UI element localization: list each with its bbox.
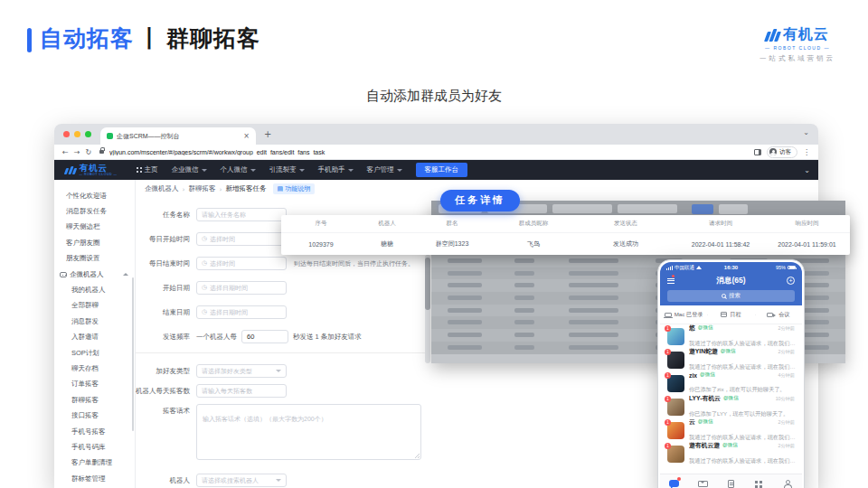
sidebar-item[interactable]: 客户朋友圈 bbox=[54, 235, 135, 250]
tab-close-icon[interactable]: × bbox=[243, 132, 250, 140]
sidebar-item[interactable]: 消息群发 bbox=[54, 314, 135, 329]
message-item[interactable]: 1 LYY-有机云 @微信 10分钟前 你已添加了LYY，现在可以开始聊天了。 bbox=[660, 395, 802, 418]
table-row[interactable]: 1029379糖糖群空间1323飞鸟发送成功2022-04-01 11:58:4… bbox=[281, 232, 850, 255]
sidebar-item[interactable]: 企微机器人 bbox=[54, 267, 135, 282]
sidebar-item[interactable]: 入群邀请 bbox=[54, 330, 135, 345]
phone-nav-bar: 消息(65) + bbox=[660, 273, 802, 288]
frequency-prefix: 一个机器人每 bbox=[196, 333, 237, 342]
reload-icon[interactable]: ↻ bbox=[85, 148, 91, 156]
sidebar-item[interactable]: 朋友圈设置 bbox=[54, 251, 135, 267]
sidebar-item[interactable]: SOP计划 bbox=[54, 345, 135, 361]
battery-icon bbox=[788, 266, 796, 270]
window-controls[interactable] bbox=[63, 131, 91, 137]
table-header-cell: 发送状态 bbox=[576, 220, 675, 228]
breadcrumb-item[interactable]: 企微机器人 bbox=[145, 184, 179, 193]
window-chevron-icon[interactable]: ⌄ bbox=[803, 128, 809, 136]
phone-tab[interactable] bbox=[660, 480, 688, 488]
table-cell: 发送成功 bbox=[576, 239, 675, 249]
home-grid-icon bbox=[137, 167, 138, 169]
breadcrumb-item[interactable]: 新增拓客任务 bbox=[226, 184, 267, 193]
nav-menu-item[interactable]: 引流裂变 bbox=[269, 165, 305, 174]
message-item[interactable]: 1 悠 @微信 2分钟前 我通过了你的联系人验证请求，现在我们… bbox=[660, 324, 802, 348]
dimmed-input bbox=[552, 204, 612, 213]
daily-limit-input[interactable]: 请输入每天拓客数 bbox=[196, 384, 287, 398]
daily-start-time-input[interactable]: ◷选择时间 bbox=[196, 232, 287, 246]
sidebar-item[interactable]: 聊天存档 bbox=[54, 361, 135, 376]
browser-menu-icon[interactable]: ⋮ bbox=[803, 148, 810, 156]
phone-tab[interactable] bbox=[745, 480, 773, 488]
slide: 自动拓客丨群聊拓客 有机云 — ROBOT CLOUD — 一站式私域营销云 自… bbox=[0, 0, 868, 488]
sidebar-item[interactable]: 手机号码库 bbox=[54, 439, 135, 455]
browser-tab[interactable]: 企微SCRM——控制台 × bbox=[100, 127, 256, 145]
slide-subtitle: 自动添加群成员为好友 bbox=[0, 88, 868, 105]
shortcut-item[interactable]: 会议 bbox=[755, 311, 802, 319]
frequency-input[interactable]: 60 bbox=[241, 330, 288, 343]
sidebar-item[interactable]: 接口拓客 bbox=[54, 408, 135, 423]
page-scrollbar[interactable] bbox=[425, 255, 430, 363]
sidebar-item[interactable]: 我的机器人 bbox=[54, 282, 135, 297]
sidebar-item[interactable]: 消息群发任务 bbox=[54, 203, 135, 219]
phone-tab[interactable] bbox=[688, 480, 716, 488]
task-name-input[interactable]: 请输入任务名称 bbox=[196, 208, 287, 221]
phone-shortcuts: Mac 已登录 日程 会议 bbox=[660, 305, 802, 324]
message-item[interactable]: 1 云 @微信 2分钟前 我通过了你的联系人验证请求，现在我们… bbox=[660, 418, 802, 442]
sidebar-item[interactable]: 群标签管理 bbox=[54, 471, 135, 486]
sidebar-item[interactable]: 手机号拓客 bbox=[54, 424, 135, 439]
form-row-daily-limit: 机器人每天拓客数 请输入每天拓客数 bbox=[136, 384, 287, 398]
avatar: 1 bbox=[667, 375, 684, 392]
friend-type-select[interactable]: 请选择加好友类型 bbox=[196, 364, 287, 378]
contact-name: LYY-有机云 bbox=[689, 394, 721, 403]
sidebar-item[interactable]: 订单拓客 bbox=[54, 377, 135, 392]
address-bar[interactable]: yjiyun.com/mscenter/#/pages/scrm/#/workw… bbox=[109, 149, 749, 155]
dimmed-input bbox=[618, 204, 677, 213]
daily-end-time-input[interactable]: ◷选择时间 bbox=[196, 257, 287, 270]
contact-name: 遊有机云遊 bbox=[689, 441, 720, 450]
end-date-input[interactable]: ◷选择日期时间 bbox=[196, 305, 287, 319]
sidebar-item[interactable]: 客户单删清理 bbox=[54, 455, 135, 471]
sidebar-item[interactable]: 聊天侧边栏 bbox=[54, 220, 135, 235]
sidebar-item[interactable]: 群聊拓客 bbox=[54, 392, 135, 408]
robot-select[interactable]: 请选择或搜索机器人 bbox=[196, 474, 287, 487]
doc-tag[interactable]: ▤功能说明 bbox=[273, 183, 316, 194]
table-cell: 2022-04-01 11:58:42 bbox=[675, 241, 766, 248]
wechat-tag: @微信 bbox=[698, 324, 713, 332]
sidebar-item[interactable]: 个性化欢迎语 bbox=[54, 188, 135, 203]
phone-tab[interactable] bbox=[717, 480, 745, 488]
back-icon[interactable]: ← bbox=[62, 148, 69, 156]
nav-menu-item[interactable]: 个人微信 bbox=[221, 165, 256, 174]
message-preview: 我通过了你的联系人验证请求，现在我们… bbox=[689, 340, 796, 346]
message-item[interactable]: 1 遊YIN蛇遊 @微信 2分钟前 我通过了你的联系人验证请求，现在我们… bbox=[660, 348, 802, 371]
search-input[interactable]: 搜索 bbox=[667, 290, 795, 302]
start-date-input[interactable]: ◷选择日期时间 bbox=[196, 281, 287, 295]
navbar-collapse-icon[interactable]: ⌄ bbox=[804, 166, 810, 174]
nav-menu-item[interactable]: 客户管理 bbox=[367, 165, 402, 174]
dimmed-search-button bbox=[692, 204, 713, 214]
shortcut-item[interactable]: Mac 已登录 bbox=[660, 311, 707, 319]
nav-menu-item[interactable]: 主页 bbox=[137, 165, 158, 174]
forward-icon[interactable]: → bbox=[74, 148, 80, 156]
script-textarea[interactable]: 输入拓客话术（选填）（最大字数为200个） bbox=[196, 404, 421, 460]
doc-tab-icon bbox=[726, 480, 736, 488]
nav-menu-item[interactable]: 手机助手 bbox=[318, 165, 354, 174]
new-tab-button[interactable]: + bbox=[264, 129, 271, 139]
message-item[interactable]: 1 zix @微信 4分钟前 你已添加了zix，现在可以开始聊天了。 bbox=[660, 371, 802, 395]
nav-menu-item[interactable]: 企业微信 bbox=[172, 165, 207, 174]
sidebar-scrollbar[interactable] bbox=[132, 277, 134, 431]
title-separator: 丨 bbox=[138, 25, 162, 51]
phone-tab[interactable] bbox=[774, 480, 802, 488]
shortcut-item[interactable]: 日程 bbox=[707, 311, 754, 319]
form-row-daily-end: 每日结束时间 ◷选择时间 到达每日结束时间后，当日停止执行任务。 bbox=[136, 257, 414, 270]
message-item[interactable]: 1 遊有机云遊 @微信 2分钟前 我通过了你的联系人验证请求，现在我们… bbox=[660, 442, 802, 465]
table-header-row: 序号机器人群名群成员昵称发送状态请求时间响应时间 bbox=[281, 215, 850, 232]
profile-chip[interactable]: 访客 bbox=[767, 146, 797, 158]
sidepanel-icon[interactable] bbox=[754, 149, 761, 155]
workbench-cta-button[interactable]: 客服工作台 bbox=[416, 163, 468, 177]
field-label: 开始日期 bbox=[136, 284, 196, 293]
sidebar-item[interactable]: 全部群聊 bbox=[54, 298, 135, 314]
profile-label: 访客 bbox=[779, 148, 791, 156]
add-icon[interactable]: + bbox=[787, 277, 795, 285]
table-header-cell: 响应时间 bbox=[766, 220, 848, 228]
table-cell: 1029379 bbox=[281, 241, 361, 248]
breadcrumb-item[interactable]: 群聊拓客 bbox=[189, 184, 216, 193]
clock-icon: ◷ bbox=[202, 260, 207, 267]
